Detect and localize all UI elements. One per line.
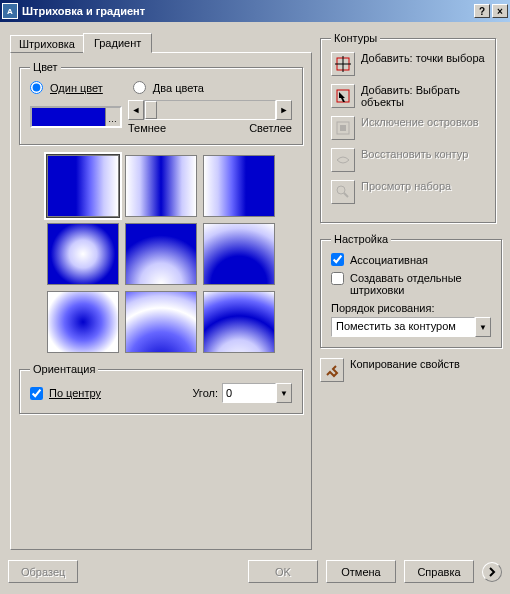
color-legend: Цвет — [30, 61, 61, 73]
tabs: Штриховка Градиент — [10, 33, 312, 53]
svg-line-7 — [344, 193, 348, 197]
angle-combo[interactable]: ▼ — [222, 383, 292, 403]
radio-two-color-label: Два цвета — [153, 82, 204, 94]
orientation-fieldset: Ориентация По центру Угол: ▼ — [19, 363, 303, 414]
svg-rect-5 — [340, 125, 346, 131]
angle-label: Угол: — [192, 387, 218, 399]
exclude-islands-button — [331, 116, 355, 140]
gradient-swatch-7[interactable] — [47, 291, 119, 353]
settings-legend: Настройка — [331, 233, 391, 245]
radio-one-color-input[interactable] — [30, 81, 43, 94]
magnifier-icon — [335, 184, 351, 200]
tab-gradient[interactable]: Градиент — [83, 33, 152, 53]
restore-contour-button — [331, 148, 355, 172]
brush-icon — [324, 362, 340, 378]
lighter-label: Светлее — [249, 122, 292, 134]
associative-row[interactable]: Ассоциативная — [331, 253, 491, 266]
svg-point-6 — [337, 186, 345, 194]
create-separate-label: Создавать отдельные штриховки — [350, 272, 491, 296]
orientation-legend: Ориентация — [30, 363, 98, 375]
app-icon: A — [2, 3, 18, 19]
slider-left-arrow[interactable]: ◄ — [128, 100, 144, 120]
tint-slider[interactable] — [144, 100, 276, 120]
draw-order-select[interactable]: Поместить за контуром ▼ — [331, 317, 491, 337]
add-select-objects-button[interactable] — [331, 84, 355, 108]
slider-thumb[interactable] — [145, 101, 157, 119]
draw-order-dropdown-button[interactable]: ▼ — [475, 317, 491, 337]
chevron-right-icon — [487, 567, 497, 577]
ok-button: OK — [248, 560, 318, 583]
centered-label: По центру — [49, 387, 101, 399]
angle-dropdown-button[interactable]: ▼ — [276, 383, 292, 403]
contours-legend: Контуры — [331, 32, 380, 44]
color-fieldset: Цвет Один цвет Два цвета … ◄ — [19, 61, 303, 145]
associative-label: Ассоциативная — [350, 254, 428, 266]
sample-button: Образец — [8, 560, 78, 583]
help-button[interactable]: ? — [474, 4, 490, 18]
exclude-islands-label: Исключение островков — [361, 116, 479, 128]
restore-contour-icon — [335, 152, 351, 168]
add-pick-points-label: Добавить: точки выбора — [361, 52, 485, 64]
help-button-footer[interactable]: Справка — [404, 560, 474, 583]
copy-properties-label: Копирование свойств — [350, 358, 460, 370]
centered-checkbox[interactable] — [30, 387, 43, 400]
draw-order-label: Порядок рисования: — [331, 302, 491, 314]
create-separate-row[interactable]: Создавать отдельные штриховки — [331, 272, 491, 296]
radio-one-color[interactable]: Один цвет — [30, 81, 103, 94]
settings-fieldset: Настройка Ассоциативная Создавать отдель… — [320, 233, 502, 348]
associative-checkbox[interactable] — [331, 253, 344, 266]
copy-properties-button[interactable] — [320, 358, 344, 382]
gradient-swatch-5[interactable] — [125, 223, 197, 285]
view-set-label: Просмотр набора — [361, 180, 451, 192]
contours-fieldset: Контуры Добавить: точки выбора Добавить:… — [320, 32, 496, 223]
tab-hatch[interactable]: Штриховка — [10, 35, 83, 53]
create-separate-checkbox[interactable] — [331, 272, 344, 285]
darker-label: Темнее — [128, 122, 166, 134]
radio-one-color-label: Один цвет — [50, 82, 103, 94]
add-select-objects-label: Добавить: Выбрать объекты — [361, 84, 485, 108]
expand-button[interactable] — [482, 562, 502, 582]
gradient-swatch-3[interactable] — [203, 155, 275, 217]
select-objects-icon — [335, 88, 351, 104]
gradient-swatch-6[interactable] — [203, 223, 275, 285]
radio-two-color[interactable]: Два цвета — [133, 81, 204, 94]
cancel-button[interactable]: Отмена — [326, 560, 396, 583]
gradient-swatch-4[interactable] — [47, 223, 119, 285]
titlebar: A Штриховка и градиент ? × — [0, 0, 510, 22]
footer: Образец OK Отмена Справка — [0, 556, 510, 587]
exclude-islands-icon — [335, 120, 351, 136]
gradient-swatch-2[interactable] — [125, 155, 197, 217]
add-pick-points-button[interactable] — [331, 52, 355, 76]
gradient-grid — [19, 155, 303, 353]
centered-checkbox-row[interactable]: По центру — [30, 387, 101, 400]
gradient-swatch-9[interactable] — [203, 291, 275, 353]
radio-two-color-input[interactable] — [133, 81, 146, 94]
gradient-swatch-1[interactable] — [47, 155, 119, 217]
slider-right-arrow[interactable]: ► — [276, 100, 292, 120]
view-set-button — [331, 180, 355, 204]
color-picker-button[interactable]: … — [30, 106, 122, 128]
gradient-swatch-8[interactable] — [125, 291, 197, 353]
close-button[interactable]: × — [492, 4, 508, 18]
tab-panel-gradient: Цвет Один цвет Два цвета … ◄ — [10, 52, 312, 550]
restore-contour-label: Восстановить контур — [361, 148, 468, 160]
pick-points-icon — [335, 56, 351, 72]
draw-order-value: Поместить за контуром — [331, 317, 475, 337]
window-title: Штриховка и градиент — [22, 5, 472, 17]
angle-input[interactable] — [222, 383, 276, 403]
